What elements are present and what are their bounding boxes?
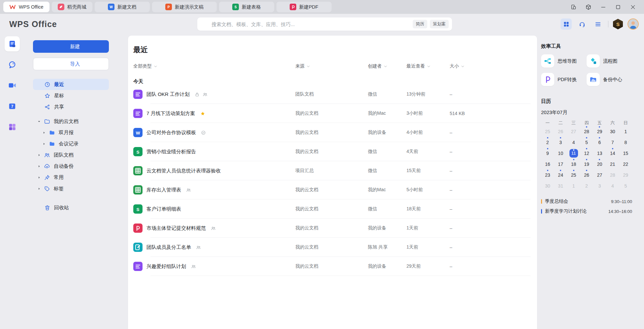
- calendar-day[interactable]: 10: [554, 148, 567, 159]
- calendar-day[interactable]: 14: [606, 148, 619, 159]
- calendar-day[interactable]: 28: [580, 126, 593, 137]
- sidebar-item-2[interactable]: 共享: [33, 101, 109, 112]
- filter-3[interactable]: 最近查看: [406, 63, 450, 69]
- calendar-day[interactable]: 29: [593, 126, 606, 137]
- calendar-day[interactable]: 30: [606, 126, 619, 137]
- headset-button[interactable]: [576, 18, 588, 30]
- calendar-day[interactable]: 4: [606, 180, 619, 191]
- new-tab-button[interactable]: [334, 3, 342, 11]
- calendar-day[interactable]: 8: [619, 137, 632, 148]
- rail-item-calendar7[interactable]: 7: [5, 99, 20, 114]
- global-search[interactable]: 简历 策划案: [197, 17, 452, 31]
- svip-badge[interactable]: S: [613, 19, 623, 29]
- calendar-day[interactable]: 4: [567, 137, 580, 148]
- tree-item-2[interactable]: 自动备份: [33, 161, 109, 172]
- calendar-day[interactable]: 18: [567, 159, 580, 169]
- calendar-day[interactable]: 16: [541, 159, 554, 169]
- calendar-day[interactable]: 30: [541, 180, 554, 191]
- import-button[interactable]: 导入: [33, 58, 109, 70]
- close-icon[interactable]: [630, 4, 636, 10]
- tab-0[interactable]: WPS Office: [3, 2, 49, 12]
- calendar-day[interactable]: 1: [619, 126, 632, 137]
- sidebar-item-trash[interactable]: 回收站: [33, 202, 109, 213]
- calendar-day[interactable]: 11: [567, 148, 580, 159]
- file-row[interactable]: 云文档管人员信息统计表理器验收项目汇总微信15天前–: [133, 161, 531, 180]
- tab-4[interactable]: S新建表格: [219, 2, 274, 12]
- tab-3[interactable]: P新建演示文稿: [152, 2, 217, 12]
- search-tag-resume[interactable]: 简历: [413, 20, 427, 28]
- file-row[interactable]: 兴趣爱好组队计划我的云文档我的设备29天前–: [133, 257, 531, 276]
- calendar-day[interactable]: 17: [554, 159, 567, 169]
- calendar-event[interactable]: 季度总结会9:30–11:00: [541, 196, 632, 206]
- rail-item-meeting[interactable]: [5, 78, 20, 93]
- calendar-day[interactable]: 22: [619, 159, 632, 169]
- calendar-day[interactable]: 25: [541, 126, 554, 137]
- file-row[interactable]: 团队成员及分工名单我的云文档陈旭 共享1天前–: [133, 238, 531, 257]
- calendar-day[interactable]: 7: [606, 137, 619, 148]
- avatar[interactable]: [628, 18, 639, 30]
- tab-2[interactable]: W新建文档: [95, 2, 150, 12]
- menu-button[interactable]: [592, 18, 603, 30]
- caret-right-icon[interactable]: [37, 164, 41, 168]
- rail-item-chat[interactable]: [5, 57, 20, 72]
- calendar-day[interactable]: 6: [593, 137, 606, 148]
- new-document-button[interactable]: 新建: [33, 40, 109, 53]
- calendar-day[interactable]: 27: [593, 169, 606, 180]
- workspace-cube-icon[interactable]: [585, 4, 592, 10]
- minimize-icon[interactable]: [600, 4, 606, 10]
- tree-item-0[interactable]: 我的云文档: [33, 116, 109, 127]
- file-row[interactable]: S营销小组业绩分析报告我的云文档微信4天前–: [133, 142, 531, 161]
- file-row[interactable]: 团队 OKR 工作计划团队文档微信13分钟前–: [133, 85, 531, 104]
- calendar-event[interactable]: 新季度学习计划讨论14:30–16:00: [541, 206, 632, 216]
- calendar-day[interactable]: 24: [554, 169, 567, 180]
- caret-right-icon[interactable]: [37, 175, 41, 180]
- filter-1[interactable]: 来源: [295, 63, 368, 69]
- calendar-day[interactable]: 21: [606, 159, 619, 169]
- filter-4[interactable]: 大小: [450, 63, 531, 69]
- search-tag-plan[interactable]: 策划案: [430, 20, 449, 28]
- calendar-next-icon[interactable]: [627, 110, 632, 115]
- sidebar-item-1[interactable]: 星标: [33, 90, 109, 101]
- calendar-day[interactable]: 9: [541, 148, 554, 159]
- add-event-icon[interactable]: [626, 99, 632, 105]
- tree-child-0-0[interactable]: 双月报: [33, 127, 109, 138]
- calendar-day[interactable]: 26: [580, 169, 593, 180]
- sidebar-item-0[interactable]: 最近: [33, 79, 109, 90]
- tool-backup-center[interactable]: 备份中心: [587, 73, 632, 86]
- calendar-day[interactable]: 3: [593, 180, 606, 191]
- caret-down-icon[interactable]: [37, 119, 41, 124]
- filter-0[interactable]: 全部类型: [133, 63, 295, 69]
- tree-item-3[interactable]: 常用: [33, 172, 109, 183]
- calendar-day[interactable]: 26: [554, 126, 567, 137]
- file-row[interactable]: 7 月线下活动策划方案我的云文档我的Mac3小时前514 KB: [133, 104, 531, 123]
- tree-item-1[interactable]: 团队文档: [33, 149, 109, 161]
- tool-pdf-convert[interactable]: PDF转换: [541, 73, 587, 86]
- file-row[interactable]: 市场主体登记提交材料规范我的云文档我的设备1天前–: [133, 219, 531, 238]
- tool-flowchart[interactable]: 流程图: [587, 54, 632, 68]
- calendar-day[interactable]: 31: [554, 180, 567, 191]
- search-input[interactable]: [211, 21, 410, 27]
- apps-grid-button[interactable]: [561, 18, 572, 30]
- calendar-day[interactable]: 20: [593, 159, 606, 169]
- rail-item-docs[interactable]: [5, 36, 20, 51]
- caret-right-icon[interactable]: [37, 153, 41, 157]
- calendar-day[interactable]: 2: [541, 137, 554, 148]
- calendar-day[interactable]: 28: [606, 169, 619, 180]
- tab-1[interactable]: 稻壳商城: [52, 2, 92, 12]
- calendar-day[interactable]: 12: [580, 148, 593, 159]
- tab-5[interactable]: 新建PDF: [276, 2, 332, 12]
- file-row[interactable]: S客户订单明细表我的云文档微信18天前–: [133, 199, 531, 219]
- file-row[interactable]: 库存出入管理表我的云文档我的Mac5小时前–: [133, 180, 531, 199]
- settings-gear-icon[interactable]: [512, 47, 519, 53]
- tree-item-4[interactable]: 标签: [33, 183, 109, 194]
- tool-mindmap[interactable]: 思维导图: [541, 54, 587, 68]
- calendar-day[interactable]: 5: [619, 180, 632, 191]
- calendar-day[interactable]: 15: [619, 148, 632, 159]
- tab-list-dropdown[interactable]: [345, 3, 353, 11]
- calendar-day[interactable]: 29: [619, 169, 632, 180]
- calendar-prev-icon[interactable]: [614, 110, 619, 115]
- tree-child-0-1[interactable]: 会议记录: [33, 138, 109, 149]
- maximize-icon[interactable]: [615, 4, 621, 10]
- caret-right-icon[interactable]: [37, 187, 41, 191]
- calendar-day[interactable]: 27: [567, 126, 580, 137]
